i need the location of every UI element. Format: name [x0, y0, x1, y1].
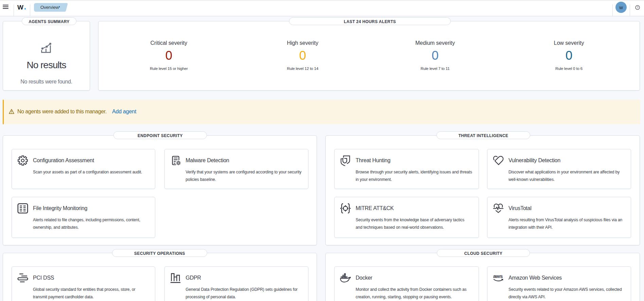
svg-text:?: ? — [637, 6, 639, 9]
svg-text:aws: aws — [493, 273, 503, 279]
